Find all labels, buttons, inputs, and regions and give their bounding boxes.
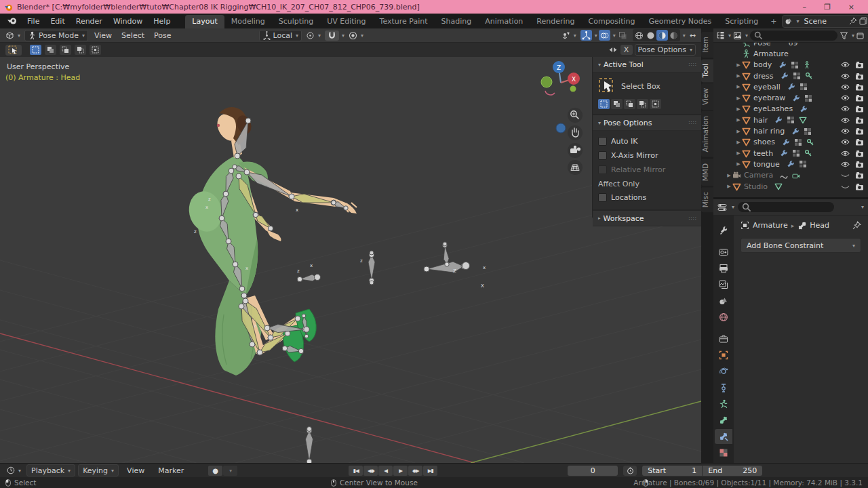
disclosure-icon[interactable]: ▶	[735, 62, 742, 68]
gizmo-extra-ball[interactable]	[556, 123, 566, 133]
add-bone-constraint-button[interactable]: Add Bone Constraint ▾	[741, 238, 861, 253]
outliner-row-hair-ring[interactable]: ▶hair ring	[713, 125, 868, 136]
outliner-row-teeth[interactable]: ▶teeth	[713, 148, 868, 159]
properties-tab-world[interactable]	[715, 310, 732, 325]
zoom-button[interactable]	[568, 108, 583, 123]
timeline-editor-button[interactable]: ▾	[4, 466, 24, 475]
outliner-row-studio[interactable]: ▶Studio	[713, 181, 868, 192]
timeline-menu-playback[interactable]: Playback▾	[26, 464, 75, 476]
disclosure-icon[interactable]: ▶	[726, 173, 732, 178]
properties-tab-output[interactable]	[715, 261, 732, 276]
jump-to-start-button[interactable]: ▮◀	[349, 466, 363, 476]
pan-button[interactable]	[568, 125, 583, 140]
breadcrumb-object[interactable]: Armature	[753, 221, 788, 230]
outliner-item-label[interactable]: dress	[753, 72, 774, 81]
disclosure-icon[interactable]: ▶	[735, 96, 742, 101]
eye-hidden-icon[interactable]	[841, 183, 850, 190]
display-mode-dropdown[interactable]: ▾	[728, 33, 731, 39]
jump-to-end-button[interactable]: ▶▮	[423, 466, 437, 476]
outliner-search-input[interactable]	[750, 30, 837, 41]
workspace-tab-sculpting[interactable]: Sculpting	[272, 15, 320, 28]
disclosure-icon[interactable]: ▶	[735, 84, 742, 89]
eye-visible-icon[interactable]	[841, 73, 850, 80]
orientation-selector[interactable]: Local ▾	[259, 30, 302, 41]
scene-selector[interactable]: ▾ Scene ×	[782, 15, 868, 28]
viewport-3d[interactable]: xzxzzxzZxXzx Z X	[0, 57, 701, 463]
render-visibility-icon[interactable]	[855, 61, 864, 68]
np-select-invert[interactable]	[637, 99, 648, 109]
frame-end-field[interactable]: End 250	[702, 466, 762, 476]
select-mode-extend-button[interactable]	[45, 45, 56, 55]
close-button[interactable]: ×	[848, 3, 854, 12]
workspace-tab-layout[interactable]: Layout	[185, 15, 224, 28]
menu-window[interactable]: Window	[108, 14, 148, 28]
gizmos-dropdown[interactable]: ▾	[595, 33, 597, 39]
select-mode-set-button[interactable]	[30, 45, 41, 55]
eye-visible-icon[interactable]	[841, 138, 850, 146]
pose-options-dropdown[interactable]: Pose Options ▾	[635, 44, 696, 56]
shading-material-button[interactable]	[656, 30, 668, 41]
viewport-menu-pose[interactable]: Pose	[149, 31, 176, 40]
np-select-intersect[interactable]	[650, 99, 661, 109]
properties-tab-texture[interactable]	[715, 445, 732, 460]
sidebar-tab-tool[interactable]: Tool	[701, 59, 713, 82]
eye-visible-icon[interactable]	[841, 105, 850, 113]
minimize-button[interactable]: –	[802, 3, 806, 12]
filter-image-dropdown[interactable]: ▾	[745, 33, 748, 39]
properties-tab-object[interactable]	[715, 348, 732, 363]
pin-icon[interactable]	[852, 221, 861, 230]
new-scene-icon[interactable]	[859, 17, 867, 25]
workspace-tab-shading[interactable]: Shading	[435, 15, 479, 28]
properties-tab-collection[interactable]	[715, 331, 732, 346]
disclosure-icon[interactable]: ▶	[726, 184, 732, 189]
np-select-subtract[interactable]	[624, 99, 635, 109]
menu-edit[interactable]: Edit	[45, 14, 70, 28]
outliner-item-label[interactable]: hair ring	[753, 127, 785, 136]
disclosure-icon[interactable]: ▶	[735, 150, 742, 156]
scene-name[interactable]: Scene	[801, 17, 847, 26]
editor-type-button[interactable]: ▾	[3, 30, 23, 41]
properties-tab-object-constraint[interactable]	[715, 380, 732, 395]
render-visibility-icon[interactable]	[855, 138, 864, 146]
camera-view-button[interactable]	[568, 143, 583, 158]
render-visibility-icon[interactable]	[855, 83, 864, 91]
render-visibility-icon[interactable]	[855, 105, 864, 113]
render-visibility-icon[interactable]	[855, 117, 864, 124]
breadcrumb-bone[interactable]: Head	[810, 221, 829, 230]
workspace-tab-rendering[interactable]: Rendering	[530, 15, 581, 28]
play-button[interactable]: ▶	[393, 466, 408, 476]
outliner-row-eyeball[interactable]: ▶eyeball	[713, 81, 868, 92]
render-visibility-icon[interactable]	[855, 94, 864, 102]
gizmo-minus-y[interactable]	[541, 77, 552, 87]
snap-dropdown[interactable]: ▾	[342, 33, 344, 39]
timeline-menu-view[interactable]: View	[121, 466, 150, 475]
outliner-item-label[interactable]: body	[753, 60, 772, 69]
outliner-item-label[interactable]: Studio	[744, 182, 768, 191]
sidebar-tab-view[interactable]: View	[701, 83, 713, 110]
workspace-tab-modeling[interactable]: Modeling	[224, 15, 272, 28]
add-workspace-button[interactable]: +	[765, 15, 782, 28]
np-select-extend[interactable]	[611, 99, 623, 109]
gizmo-visibility-button[interactable]: ▾	[559, 30, 579, 41]
properties-tab-scene[interactable]	[715, 293, 732, 308]
maximize-button[interactable]: ❐	[824, 3, 831, 12]
use-preview-range-button[interactable]	[623, 466, 637, 476]
eye-visible-icon[interactable]	[841, 83, 850, 91]
panel-grip-icon[interactable]: ∷∷	[689, 120, 697, 126]
shading-wireframe-button[interactable]	[633, 30, 645, 41]
properties-tab-physics[interactable]	[715, 364, 732, 379]
properties-tab-view-layer[interactable]	[715, 277, 732, 292]
menu-render[interactable]: Render	[71, 14, 108, 28]
properties-editor-dropdown[interactable]: ▾	[732, 204, 734, 210]
workspace-tab-uv-editing[interactable]: UV Editing	[320, 15, 372, 28]
outliner-display-mode-icon[interactable]	[716, 31, 725, 40]
outliner-item-label[interactable]: tongue	[753, 160, 780, 169]
render-visibility-icon[interactable]	[855, 161, 864, 168]
select-mode-invert-button[interactable]	[75, 45, 86, 55]
region-overlap-icon[interactable]: ↔	[690, 31, 696, 40]
frame-start-field[interactable]: Start 1	[642, 466, 702, 476]
gizmo-y-ring[interactable]	[545, 91, 555, 95]
outliner-item-label[interactable]: hair	[753, 116, 768, 125]
workspace-tab-scripting[interactable]: Scripting	[718, 15, 765, 28]
properties-tab-tool[interactable]	[715, 223, 732, 238]
